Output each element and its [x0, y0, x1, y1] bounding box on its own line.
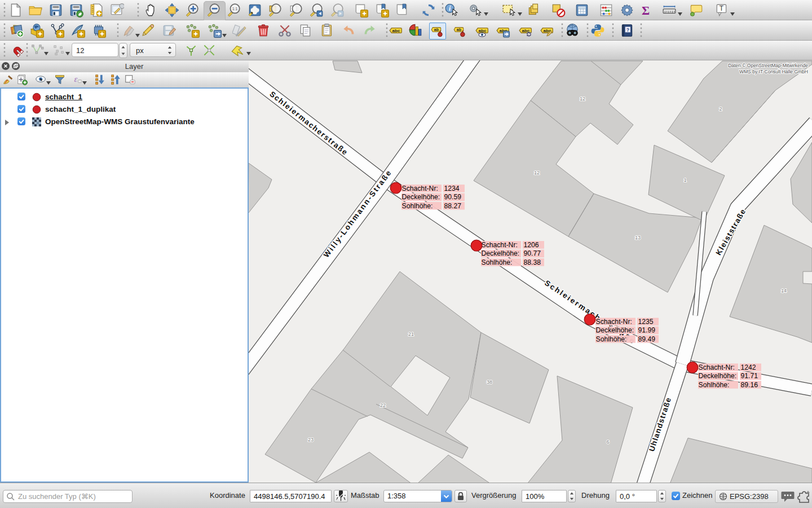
- svg-text:?: ?: [626, 27, 629, 33]
- svg-text:90.59: 90.59: [444, 193, 462, 201]
- svg-text:Deckelhöhe:: Deckelhöhe:: [482, 249, 520, 257]
- svg-text:ab: ab: [457, 28, 461, 32]
- svg-text:6: 6: [606, 439, 609, 445]
- svg-text:abc: abc: [392, 28, 400, 33]
- svg-text:1234: 1234: [444, 185, 460, 192]
- svg-text:38: 38: [487, 379, 492, 385]
- svg-text:91.99: 91.99: [638, 326, 656, 334]
- svg-text:Σ: Σ: [642, 4, 650, 17]
- svg-text:91.71: 91.71: [741, 372, 758, 380]
- svg-text:90.77: 90.77: [524, 249, 541, 257]
- svg-text:Deckelhöhe:: Deckelhöhe:: [596, 326, 634, 334]
- svg-text:ε: ε: [74, 75, 77, 84]
- svg-text:Deckelhöhe:: Deckelhöhe:: [699, 372, 737, 380]
- svg-text:Schacht-Nr:: Schacht-Nr:: [699, 364, 735, 371]
- svg-text:1242: 1242: [741, 364, 756, 371]
- svg-text:2: 2: [719, 106, 722, 112]
- svg-text:Schacht-Nr:: Schacht-Nr:: [482, 241, 518, 249]
- svg-text:Sohlhöhe:: Sohlhöhe:: [699, 381, 730, 389]
- svg-text:1: 1: [683, 177, 686, 183]
- svg-text:ab: ab: [434, 28, 439, 32]
- svg-text:Schacht-Nr:: Schacht-Nr:: [402, 185, 438, 192]
- svg-text:WMS by IT-Consult Halle GmbH: WMS by IT-Consult Halle GmbH: [739, 69, 808, 75]
- svg-text:Deckelhöhe:: Deckelhöhe:: [402, 193, 440, 201]
- svg-text:12: 12: [580, 96, 585, 102]
- svg-text:Sohlhöhe:: Sohlhöhe:: [402, 202, 433, 210]
- svg-text:88.27: 88.27: [444, 202, 462, 210]
- svg-text:88.38: 88.38: [524, 259, 541, 266]
- svg-text:89.16: 89.16: [741, 381, 758, 389]
- svg-text:89.49: 89.49: [638, 335, 656, 343]
- svg-text:T: T: [720, 5, 723, 12]
- svg-text:14: 14: [781, 288, 787, 294]
- svg-text:1206: 1206: [524, 241, 539, 249]
- svg-text:1235: 1235: [638, 318, 654, 326]
- svg-text:1:1: 1:1: [232, 7, 238, 11]
- svg-text:Sohlhöhe:: Sohlhöhe:: [596, 335, 627, 343]
- svg-text:21: 21: [408, 331, 414, 337]
- svg-text:23: 23: [308, 437, 314, 443]
- svg-text:22: 22: [380, 402, 386, 408]
- svg-text:13: 13: [635, 235, 641, 240]
- svg-text:Sohlhöhe:: Sohlhöhe:: [482, 259, 513, 266]
- svg-text:Daten © OpenStreetMap-Mitwirke: Daten © OpenStreetMap-Mitwirkende: [728, 63, 808, 68]
- svg-text:12: 12: [534, 170, 540, 176]
- svg-text:Schacht-Nr:: Schacht-Nr:: [596, 318, 632, 326]
